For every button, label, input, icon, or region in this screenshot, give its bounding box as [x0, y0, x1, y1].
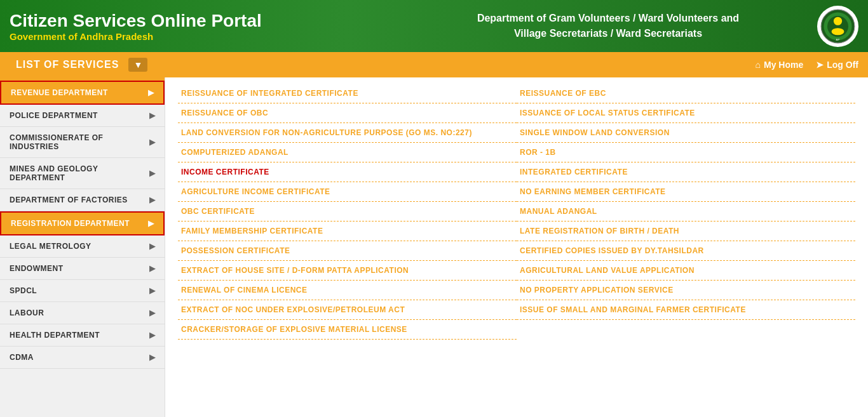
sidebar-item-label: COMMISSIONERATE OF INDUSTRIES	[10, 133, 149, 151]
service-integrated-certificate[interactable]: INTEGRATED CERTIFICATE	[517, 162, 855, 182]
header-center: Department of Gram Volunteers / Ward Vol…	[409, 11, 808, 41]
service-manual-adangal[interactable]: MANUAL ADANGAL	[517, 202, 855, 222]
govt-logo: AP	[817, 6, 858, 47]
service-no-earning-member[interactable]: NO EARNING MEMBER CERTIFICATE	[517, 182, 855, 202]
service-ror-1b[interactable]: ROR - 1B	[517, 143, 855, 162]
left-column: REISSUANCE OF INTEGRATED CERTIFICATE REI…	[178, 84, 517, 340]
arrow-icon: ▶	[149, 242, 156, 251]
home-icon: ⌂	[756, 60, 761, 70]
svg-point-4	[832, 28, 844, 35]
dropdown-arrow-icon[interactable]: ▼	[128, 58, 147, 72]
sidebar-item-factories[interactable]: DEPARTMENT OF FACTORIES ▶	[0, 189, 165, 211]
nav-right: ⌂ My Home ➤ Log Off	[756, 60, 858, 70]
service-land-conversion[interactable]: Land Conversion For Non-Agriculture Purp…	[178, 123, 517, 143]
sidebar-item-label: REGISTRATION DEPARTMENT	[11, 219, 130, 228]
sidebar-item-label: POLICE DEPARTMENT	[10, 111, 98, 120]
arrow-icon: ▶	[149, 195, 156, 204]
arrow-icon: ▶	[149, 353, 156, 362]
sidebar-item-revenue[interactable]: REVENUE DEPARTMENT ▶	[0, 81, 165, 105]
service-certified-copies[interactable]: CERTIFIED COPIES ISSUED BY DY.TAHSILDAR	[517, 241, 855, 261]
service-cinema-licence[interactable]: RENEWAL OF CINEMA LICENCE	[178, 281, 517, 300]
portal-title: Citizen Services Online Portal	[10, 10, 409, 32]
sidebar: REVENUE DEPARTMENT ▶ POLICE DEPARTMENT ▶…	[0, 77, 165, 417]
log-off-link[interactable]: ➤ Log Off	[816, 60, 858, 70]
sidebar-item-mines[interactable]: MINES AND GEOLOGY DEPARTMENT ▶	[0, 158, 165, 189]
service-reissuance-obc[interactable]: REISSUANCE OF OBC	[178, 103, 517, 123]
sidebar-item-label: SPDCL	[10, 286, 37, 295]
service-cracker-storage[interactable]: CRACKER/STORAGE OF EXPLOSIVE MATERIAL LI…	[178, 320, 517, 340]
right-column: REISSUANCE OF EBC ISSUANCE OF LOCAL STAT…	[517, 84, 855, 340]
sidebar-item-label: HEALTH DEPARTMENT	[10, 331, 100, 340]
sidebar-item-industries[interactable]: COMMISSIONERATE OF INDUSTRIES ▶	[0, 127, 165, 158]
sidebar-item-label: MINES AND GEOLOGY DEPARTMENT	[10, 164, 149, 182]
sidebar-item-cdma[interactable]: CDMA ▶	[0, 347, 165, 369]
header: Citizen Services Online Portal Governmen…	[0, 0, 868, 52]
arrow-icon: ▶	[149, 286, 156, 295]
service-agriculture-income[interactable]: AGRICULTURE INCOME CERTIFICATE	[178, 182, 517, 202]
service-late-registration[interactable]: LATE REGISTRATION OF BIRTH / DEATH	[517, 222, 855, 241]
service-reissuance-integrated[interactable]: REISSUANCE OF INTEGRATED CERTIFICATE	[178, 84, 517, 103]
service-income-certificate[interactable]: INCOME CERTIFICATE	[178, 162, 517, 182]
navbar: LIST OF SERVICES ▼ ⌂ My Home ➤ Log Off	[0, 52, 868, 77]
sidebar-item-labour[interactable]: LABOUR ▶	[0, 302, 165, 324]
service-obc-certificate[interactable]: OBC CERTIFICATE	[178, 202, 517, 222]
service-family-membership[interactable]: FAMILY MEMBERSHIP CERTIFICATE	[178, 222, 517, 241]
dept-name: Department of Gram Volunteers / Ward Vol…	[409, 11, 808, 41]
service-no-property[interactable]: NO PROPERTY APPLICATION SERVICE	[517, 281, 855, 300]
sidebar-item-label: LABOUR	[10, 308, 44, 317]
svg-text:AP: AP	[836, 37, 840, 41]
services-area: REISSUANCE OF INTEGRATED CERTIFICATE REI…	[165, 77, 868, 417]
svg-point-3	[834, 17, 842, 25]
arrow-icon: ▶	[149, 264, 156, 273]
logout-icon: ➤	[816, 60, 824, 70]
arrow-icon: ▶	[149, 111, 156, 120]
arrow-icon: ▶	[148, 88, 154, 97]
arrow-icon: ▶	[149, 138, 156, 147]
sidebar-item-endowment[interactable]: ENDOWMENT ▶	[0, 258, 165, 280]
service-computerized-adangal[interactable]: COMPUTERIZED ADANGAL	[178, 143, 517, 162]
arrow-icon: ▶	[149, 308, 156, 317]
sidebar-item-label: DEPARTMENT OF FACTORIES	[10, 195, 128, 204]
main-content: REVENUE DEPARTMENT ▶ POLICE DEPARTMENT ▶…	[0, 77, 868, 417]
service-small-marginal-farmer[interactable]: ISSUE OF SMALL AND MARGINAL FARMER CERTI…	[517, 300, 855, 320]
sidebar-item-label: REVENUE DEPARTMENT	[11, 88, 108, 97]
service-house-site-extract[interactable]: EXTRACT OF HOUSE SITE / D-FORM PATTA APP…	[178, 261, 517, 281]
sidebar-item-label: LEGAL METROLOGY	[10, 242, 92, 251]
services-grid: REISSUANCE OF INTEGRATED CERTIFICATE REI…	[178, 84, 855, 340]
sidebar-item-registration[interactable]: REGISTRATION DEPARTMENT ▶	[0, 211, 165, 235]
service-possession-certificate[interactable]: POSSESSION CERTIFICATE	[178, 241, 517, 261]
sidebar-item-police[interactable]: POLICE DEPARTMENT ▶	[0, 105, 165, 127]
service-noc-explosive[interactable]: EXTRACT OF NOC UNDER EXPLOSIVE/PETROLEUM…	[178, 300, 517, 320]
sidebar-item-legal-metrology[interactable]: LEGAL METROLOGY ▶	[0, 235, 165, 258]
service-single-window-land[interactable]: SINGLE WINDOW LAND CONVERSION	[517, 123, 855, 143]
arrow-icon: ▶	[149, 331, 156, 340]
service-local-status[interactable]: ISSUANCE OF LOCAL STATUS CERTIFICATE	[517, 103, 855, 123]
service-agricultural-land-value[interactable]: AGRICULTURAL LAND VALUE APPLICATION	[517, 261, 855, 281]
list-of-services-button[interactable]: LIST OF SERVICES	[10, 59, 125, 70]
header-left: Citizen Services Online Portal Governmen…	[10, 10, 409, 43]
sidebar-item-health[interactable]: HEALTH DEPARTMENT ▶	[0, 324, 165, 347]
arrow-icon: ▶	[149, 169, 156, 178]
nav-left: LIST OF SERVICES ▼	[10, 58, 147, 72]
arrow-icon: ▶	[148, 219, 154, 228]
sidebar-item-label: ENDOWMENT	[10, 264, 64, 273]
sidebar-item-spdcl[interactable]: SPDCL ▶	[0, 280, 165, 302]
sidebar-item-label: CDMA	[10, 353, 34, 362]
my-home-link[interactable]: ⌂ My Home	[756, 60, 804, 70]
govt-subtitle: Government of Andhra Pradesh	[10, 31, 409, 42]
service-reissuance-ebc[interactable]: REISSUANCE OF EBC	[517, 84, 855, 103]
